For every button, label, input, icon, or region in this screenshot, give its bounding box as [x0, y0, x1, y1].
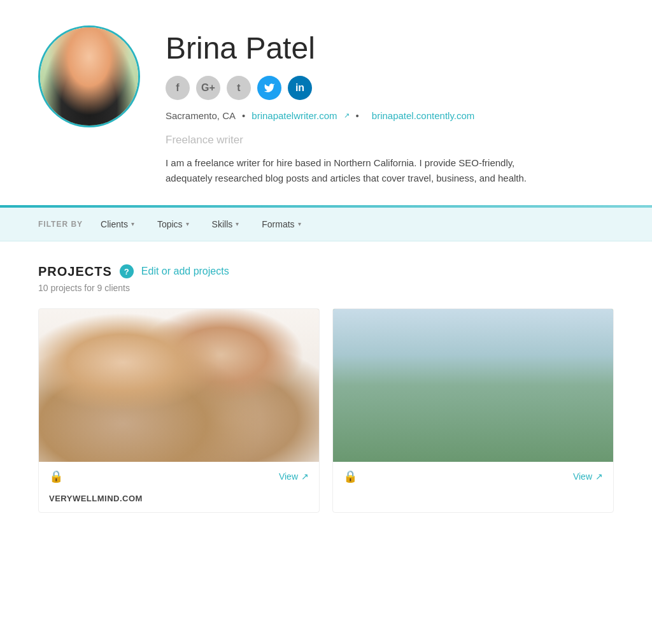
project-client-1: VERYWELLMIND.COM: [39, 491, 319, 512]
social-icons: f G+ t in: [166, 76, 614, 100]
topics-chevron-icon: ▾: [186, 220, 189, 227]
linkedin-icon[interactable]: in: [288, 76, 312, 100]
formats-filter[interactable]: Formats ▾: [257, 217, 306, 232]
lock-icon-1: 🔒: [49, 469, 63, 483]
profile-bio: I am a freelance writer for hire based i…: [166, 155, 560, 186]
clients-chevron-icon: ▾: [131, 220, 134, 227]
view-link-1[interactable]: View ↗: [279, 471, 309, 482]
project-image-1: [39, 309, 319, 462]
projects-section: PROJECTS ? Edit or add projects 10 proje…: [0, 241, 652, 532]
googleplus-icon[interactable]: G+: [196, 76, 220, 100]
topics-filter-label: Topics: [157, 219, 183, 229]
view-link-2[interactable]: View ↗: [573, 471, 603, 482]
skills-chevron-icon: ▾: [236, 220, 239, 227]
location-text: Sacramento, CA: [166, 110, 236, 121]
project-footer-1: 🔒 View ↗: [39, 462, 319, 491]
external-view-icon-2: ↗: [595, 471, 603, 482]
profile-info: Brina Patel f G+ t in Sacramento, CA • b…: [166, 25, 614, 186]
topics-filter[interactable]: Topics ▾: [152, 217, 194, 232]
profile-links: Sacramento, CA • brinapatelwriter.com ↗ …: [166, 110, 614, 121]
lock-icon-2: 🔒: [343, 469, 357, 483]
edit-projects-link[interactable]: Edit or add projects: [141, 266, 229, 277]
projects-header: PROJECTS ? Edit or add projects: [38, 264, 614, 279]
skills-filter-label: Skills: [212, 219, 233, 229]
dot-separator-2: •: [356, 110, 359, 121]
profile-tagline: Freelance writer: [166, 134, 614, 147]
project-image-2: [333, 309, 613, 462]
external-link-icon-1: ↗: [344, 111, 350, 120]
external-view-icon-1: ↗: [301, 471, 309, 482]
formats-chevron-icon: ▾: [298, 220, 301, 227]
avatar-photo: [40, 27, 138, 125]
profile-section: Brina Patel f G+ t in Sacramento, CA • b…: [0, 0, 652, 205]
project-card: 🔒 View ↗ VERYWELLMIND.COM: [38, 308, 320, 513]
filter-by-label: FILTER BY: [38, 220, 83, 229]
formats-filter-label: Formats: [262, 219, 294, 229]
facebook-icon[interactable]: f: [166, 76, 190, 100]
clients-filter-label: Clients: [101, 219, 128, 229]
tumblr-icon[interactable]: t: [227, 76, 251, 100]
project-card-2: 🔒 View ↗: [332, 308, 614, 513]
projects-title: PROJECTS: [38, 264, 112, 279]
projects-grid: 🔒 View ↗ VERYWELLMIND.COM 🔒 View ↗: [38, 308, 614, 513]
website-link[interactable]: brinapatelwriter.com: [252, 110, 337, 121]
project-footer-2: 🔒 View ↗: [333, 462, 613, 491]
skills-filter[interactable]: Skills ▾: [207, 217, 244, 232]
profile-name: Brina Patel: [166, 32, 614, 66]
contently-link[interactable]: brinapatel.contently.com: [372, 110, 474, 121]
twitter-icon[interactable]: [257, 76, 281, 100]
avatar: [38, 25, 140, 127]
projects-count: 10 projects for 9 clients: [38, 283, 614, 293]
clients-filter[interactable]: Clients ▾: [96, 217, 139, 232]
dot-separator-1: •: [242, 110, 245, 121]
projects-help-icon[interactable]: ?: [120, 264, 134, 278]
filter-bar: FILTER BY Clients ▾ Topics ▾ Skills ▾ Fo…: [0, 208, 652, 241]
